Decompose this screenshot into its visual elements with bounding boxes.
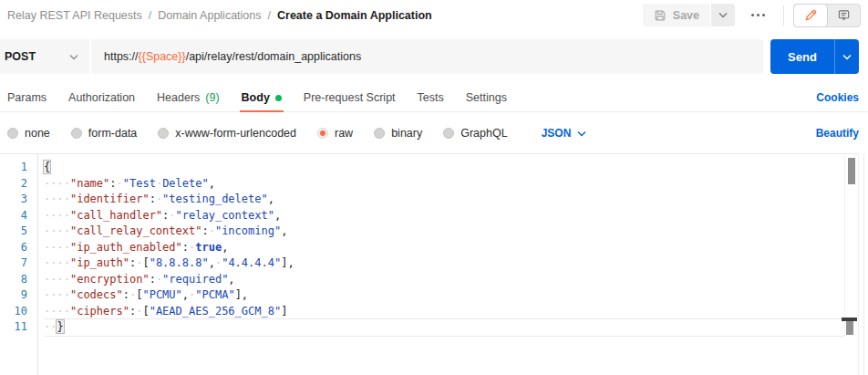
code-token: "relay_context" [176,209,274,222]
radio-icon[interactable] [7,128,18,139]
edit-mode-button[interactable] [794,5,827,26]
code-token: } [57,320,63,333]
tab-params[interactable]: Params [7,84,46,111]
tab-body[interactable]: Body [242,84,282,111]
code-token: "call_relay_context" [70,224,202,237]
top-bar: Relay REST API Requests/Domain Applicati… [0,0,868,28]
url-prefix: https:// [104,50,139,63]
code-token: : [109,177,116,190]
radio-icon[interactable] [158,128,169,139]
line-number: 1 [0,160,37,176]
code-line-6: ····"ip_auth_enabled":·true, [44,240,843,256]
breadcrumb-separator: / [268,9,271,22]
code-token: , [281,224,287,237]
comments-button[interactable] [827,5,860,26]
code-token: ···· [44,273,70,286]
whitespace-dot: · [156,177,162,190]
code-line-5: ····"call_relay_context":·"incoming", [44,224,843,240]
whitespace-dot: · [57,177,63,190]
code-token: ·· [44,320,57,333]
code-editor[interactable]: 1234567891011 {····"name":·"Test·Delete"… [0,153,859,375]
tab-label: Authorization [68,91,135,104]
line-number: 3 [0,192,37,208]
line-number: 5 [0,224,37,240]
breadcrumb-item-relay-rest-api-requests[interactable]: Relay REST API Requests [7,9,142,22]
editor-gutter: 1234567891011 [0,154,38,375]
editor-hscrollbar-thumb[interactable] [846,321,853,335]
code-token: "PCMU" [142,288,181,301]
code-token: ···· [44,256,70,269]
code-token: , [268,193,274,205]
body-mode-raw[interactable]: raw [317,127,353,140]
line-number: 10 [0,304,37,320]
divider [783,5,784,26]
code-token: ···· [44,209,70,222]
code-token: ···· [44,177,70,190]
editor-scrollbar-thumb[interactable] [848,158,855,184]
editor-code[interactable]: {····"name":·"Test·Delete",····"identifi… [38,154,858,375]
save-icon [654,9,666,22]
radio-icon[interactable] [443,128,454,139]
chevron-down-icon [577,130,586,137]
tab-authorization[interactable]: Authorization [68,84,135,111]
code-token: : [150,273,156,286]
code-token: , [182,288,189,301]
top-actions: Save [643,4,861,27]
code-token: "4.4.4.4" [222,256,281,269]
body-mode-x-www-form-urlencoded[interactable]: x-www-form-urlencoded [158,127,296,140]
body-mode-binary[interactable]: binary [374,127,422,140]
code-token: "Test·Delete" [123,177,209,190]
page-scroll-edge [863,153,864,375]
code-token: , [222,241,228,254]
method-select[interactable]: POST [0,39,89,74]
more-options-button[interactable] [742,8,774,22]
body-mode-graphql[interactable]: GraphQL [443,127,507,140]
radio-icon[interactable] [71,128,82,139]
whitespace-dot: · [57,288,63,301]
code-token: "PCMA" [195,288,234,301]
code-token: ···· [44,241,70,254]
beautify-link[interactable]: Beautify [816,127,859,140]
save-button[interactable]: Save [643,4,710,26]
radio-icon[interactable] [374,128,385,139]
save-dropdown-button[interactable] [711,4,735,26]
tab-label: Pre-request Script [304,91,396,104]
send-split-button: Send [770,39,859,74]
whitespace-dot: · [64,288,70,301]
code-token: ···· [44,305,70,318]
code-line-7: ····"ip_auth":·["8.8.8.8",·"4.4.4.4"], [44,255,843,272]
save-split-button: Save [643,4,735,26]
save-label: Save [673,9,699,22]
radio-icon[interactable] [317,128,328,139]
comment-icon [837,8,851,22]
body-mode-label: x-www-form-urlencoded [175,127,296,140]
code-token: ], [235,288,248,301]
tab-pre-request-script[interactable]: Pre-request Script [304,84,396,111]
breadcrumb-item-domain-applications[interactable]: Domain Applications [158,9,261,22]
code-token: : [150,193,156,205]
editor-scrollbar-track[interactable] [844,155,858,336]
chevron-down-icon [69,54,78,60]
tab-tests[interactable]: Tests [418,84,444,111]
tab-settings[interactable]: Settings [466,84,507,111]
whitespace-dot: · [57,224,63,237]
code-token: "AEAD_AES_256_GCM_8" [150,305,282,318]
body-mode-label: binary [391,127,422,140]
code-line-10: ····"ciphers":·["AEAD_AES_256_GCM_8"] [44,304,843,320]
code-token: , [228,273,234,286]
send-button[interactable]: Send [770,39,834,74]
url-input[interactable]: https://{{Space}}/api/relay/rest/domain_… [91,39,763,74]
body-mode-none[interactable]: none [7,127,50,140]
whitespace-dot: · [117,177,123,190]
breadcrumb-item-create-a-domain-application[interactable]: Create a Domain Application [277,9,432,22]
breadcrumb: Relay REST API Requests/Domain Applicati… [7,9,432,22]
language-select[interactable]: JSON [542,127,587,140]
code-token: · [117,177,123,190]
cookies-link[interactable]: Cookies [816,91,859,104]
body-mode-form-data[interactable]: form-data [71,127,138,140]
code-token: "testing_delete" [162,193,268,205]
send-dropdown-button[interactable] [834,39,859,74]
tab-headers[interactable]: Headers(9) [157,84,220,111]
code-token: , [209,177,215,190]
code-token: ···· [44,224,70,237]
